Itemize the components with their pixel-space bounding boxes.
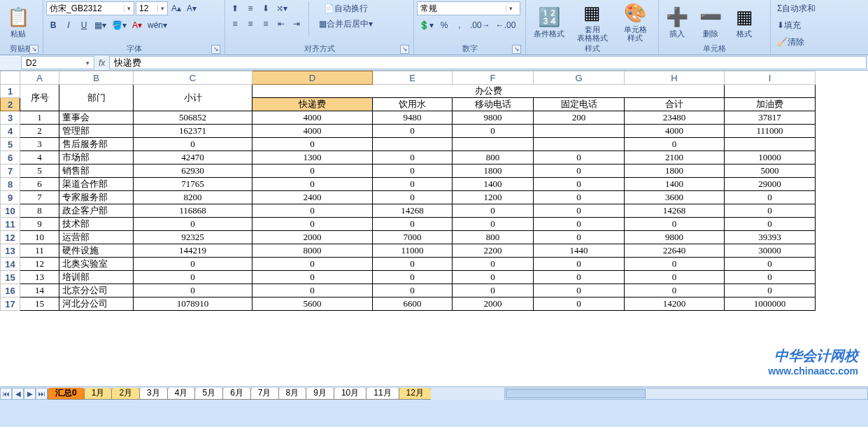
cell-I13[interactable]: 30000 (725, 244, 816, 258)
cell-D4[interactable]: 4000 (252, 125, 373, 138)
cell-G7[interactable]: 0 (534, 164, 625, 178)
delete-button[interactable]: ➖删除 (695, 1, 726, 42)
align-middle-button[interactable]: ≡ (243, 1, 257, 15)
font-size-combo[interactable]: ▾ (136, 1, 168, 15)
sheet-tab-1月[interactable]: 1月 (84, 388, 113, 400)
cell-H15[interactable]: 0 (625, 271, 725, 284)
header-d[interactable]: 快递费 (252, 98, 373, 111)
cell-E6[interactable]: 0 (373, 151, 453, 164)
cell-A4[interactable]: 2 (20, 125, 59, 138)
sheet-tab-5月[interactable]: 5月 (194, 388, 223, 400)
row-header-1[interactable]: 1 (1, 85, 20, 98)
sheet-tab-9月[interactable]: 9月 (306, 388, 334, 400)
cell-B5[interactable]: 售后服务部 (59, 138, 134, 151)
fill-color-button[interactable]: 🪣▾ (110, 18, 129, 32)
col-header-H[interactable]: H (625, 71, 725, 85)
cell-H17[interactable]: 14200 (625, 298, 725, 311)
cell-G4[interactable] (534, 125, 625, 138)
name-box[interactable]: D2▾ (21, 56, 94, 69)
cell-C10[interactable]: 116868 (134, 204, 252, 218)
cell-F9[interactable]: 1200 (453, 191, 534, 204)
cell-D5[interactable]: 0 (252, 138, 373, 151)
cell-A5[interactable]: 3 (20, 138, 59, 151)
cell-B17[interactable]: 河北分公司 (59, 298, 134, 311)
font-name-combo[interactable]: ▾ (46, 1, 134, 15)
cell-H14[interactable]: 0 (625, 258, 725, 271)
cell-B13[interactable]: 硬件设施 (59, 244, 134, 258)
col-header-E[interactable]: E (373, 71, 453, 85)
cell-D11[interactable]: 0 (252, 218, 373, 231)
align-bottom-button[interactable]: ⬇ (259, 1, 273, 15)
number-format-input[interactable] (418, 2, 506, 15)
insert-button[interactable]: ➕插入 (662, 1, 692, 42)
cell-D16[interactable]: 0 (252, 284, 373, 298)
cell-F7[interactable]: 1800 (453, 164, 534, 178)
cell-I12[interactable]: 39393 (725, 231, 816, 244)
cell-I16[interactable]: 0 (725, 284, 816, 298)
row-header-4[interactable]: 4 (1, 125, 20, 138)
cell-B12[interactable]: 运营部 (59, 231, 134, 244)
row-header-7[interactable]: 7 (1, 164, 20, 178)
cell-D14[interactable]: 0 (252, 258, 373, 271)
col-header-I[interactable]: I (725, 71, 816, 85)
cell-G8[interactable]: 0 (534, 178, 625, 191)
cell-H7[interactable]: 1800 (625, 164, 725, 178)
sheet-tab-7月[interactable]: 7月 (250, 388, 279, 400)
row-header-13[interactable]: 13 (1, 244, 20, 258)
cell-G12[interactable]: 0 (534, 231, 625, 244)
cell-D3[interactable]: 4000 (252, 111, 373, 125)
cell-C4[interactable]: 162371 (134, 125, 252, 138)
cell-I4[interactable]: 111000 (725, 125, 816, 138)
cell-F12[interactable]: 800 (453, 231, 534, 244)
cell-C5[interactable]: 0 (134, 138, 252, 151)
cell-B16[interactable]: 北京分公司 (59, 284, 134, 298)
cell-E11[interactable]: 0 (373, 218, 453, 231)
tab-nav-prev-icon[interactable]: ◀ (12, 388, 24, 400)
merge-center-button[interactable]: ▦ 合并后居中 ▾ (314, 17, 378, 31)
font-launcher-icon[interactable]: ↘ (211, 45, 220, 54)
number-launcher-icon[interactable]: ↘ (512, 45, 521, 54)
number-format-combo[interactable]: ▾ (417, 1, 520, 15)
underline-button[interactable]: U (77, 18, 91, 32)
dec-decimal-button[interactable]: ←.00 (494, 18, 518, 32)
header-subtotal[interactable]: 小计 (134, 85, 252, 111)
cell-E5[interactable] (373, 138, 453, 151)
cell-E14[interactable]: 0 (373, 258, 453, 271)
row-header-8[interactable]: 8 (1, 178, 20, 191)
col-header-D[interactable]: D (252, 71, 373, 85)
row-header-14[interactable]: 14 (1, 258, 20, 271)
row-header-12[interactable]: 12 (1, 231, 20, 244)
cell-H4[interactable]: 4000 (625, 125, 725, 138)
cell-I15[interactable]: 0 (725, 271, 816, 284)
cell-I7[interactable]: 5000 (725, 164, 816, 178)
cell-G11[interactable]: 0 (534, 218, 625, 231)
cell-H16[interactable]: 0 (625, 284, 725, 298)
cell-E8[interactable]: 0 (373, 178, 453, 191)
sheet-tab-11月[interactable]: 11月 (366, 388, 399, 400)
cell-D6[interactable]: 1300 (252, 151, 373, 164)
row-header-9[interactable]: 9 (1, 191, 20, 204)
col-header-F[interactable]: F (453, 71, 534, 85)
cell-H9[interactable]: 3600 (625, 191, 725, 204)
tab-nav-last-icon[interactable]: ⏭ (36, 388, 48, 400)
row-header-15[interactable]: 15 (1, 271, 20, 284)
cell-G5[interactable] (534, 138, 625, 151)
row-header-5[interactable]: 5 (1, 138, 20, 151)
cell-H12[interactable]: 9800 (625, 231, 725, 244)
cell-C11[interactable]: 0 (134, 218, 252, 231)
cell-A8[interactable]: 6 (20, 178, 59, 191)
sheet-tab-6月[interactable]: 6月 (222, 388, 251, 400)
cell-F17[interactable]: 2000 (453, 298, 534, 311)
align-right-button[interactable]: ≡ (259, 17, 273, 31)
cell-B11[interactable]: 技术部 (59, 218, 134, 231)
cell-G9[interactable]: 0 (534, 191, 625, 204)
cell-H8[interactable]: 1400 (625, 178, 725, 191)
cell-F10[interactable]: 0 (453, 204, 534, 218)
cell-A3[interactable]: 1 (20, 111, 59, 125)
cell-F8[interactable]: 1400 (453, 178, 534, 191)
cell-D7[interactable]: 0 (252, 164, 373, 178)
chevron-down-icon[interactable]: ▾ (157, 5, 167, 12)
row-header-6[interactable]: 6 (1, 151, 20, 164)
indent-inc-button[interactable]: ⇥ (290, 17, 304, 31)
cell-E3[interactable]: 9480 (373, 111, 453, 125)
